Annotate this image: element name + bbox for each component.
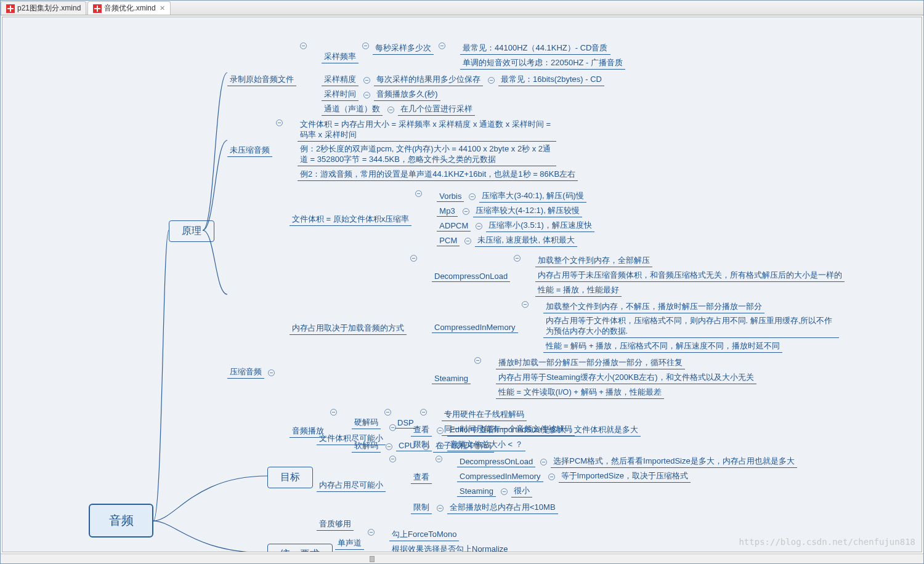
leaf[interactable]: 例：2秒长度的双声道pcm, 文件(内存)大小 = 44100 x 2byte … bbox=[298, 143, 556, 166]
collapse-icon[interactable] bbox=[368, 529, 375, 536]
v[interactable]: 全部播放时总内存占用<10MB bbox=[447, 501, 558, 514]
collapse-icon[interactable] bbox=[363, 92, 370, 99]
node-mem[interactable]: 内存占用取决于加载音频的方式 bbox=[290, 322, 407, 335]
k[interactable]: DecompressOnLoad bbox=[432, 271, 510, 282]
collapse-icon[interactable] bbox=[437, 505, 444, 512]
v[interactable]: 很小 bbox=[511, 485, 532, 498]
collapse-icon[interactable] bbox=[389, 456, 396, 462]
collapse-icon[interactable] bbox=[540, 459, 547, 465]
collapse-icon[interactable] bbox=[268, 369, 275, 376]
collapse-icon[interactable] bbox=[362, 42, 369, 49]
collapse-icon[interactable] bbox=[522, 301, 529, 308]
leaf[interactable]: 单调的短音效可以考虑：22050HZ - 广播音质 bbox=[460, 57, 625, 70]
node-unified[interactable]: 统一要求 bbox=[267, 544, 333, 552]
collapse-icon[interactable] bbox=[410, 255, 417, 262]
collapse-icon[interactable] bbox=[463, 208, 469, 215]
leaf[interactable]: 例2：游戏音频，常用的设置是单声道44.1KHZ+16bit，也就是1秒 = 8… bbox=[298, 168, 578, 181]
k[interactable]: DecompressOnLoad bbox=[457, 456, 535, 467]
node-chan[interactable]: 通道（声道）数 bbox=[322, 103, 383, 116]
collapse-icon[interactable] bbox=[420, 409, 427, 416]
collapse-icon[interactable] bbox=[330, 409, 337, 416]
collapse-icon[interactable] bbox=[300, 42, 307, 49]
k[interactable]: ADPCM bbox=[437, 220, 471, 232]
leaf[interactable]: 最常见：44100HZ（44.1KHZ）- CD音质 bbox=[460, 42, 610, 55]
collapse-icon[interactable] bbox=[437, 442, 444, 449]
node-compressed[interactable]: 压缩音频 bbox=[227, 366, 264, 379]
collapse-icon[interactable] bbox=[384, 409, 391, 416]
root-node[interactable]: 音频 bbox=[89, 504, 153, 538]
node-record[interactable]: 录制原始音频文件 bbox=[227, 73, 296, 86]
node-filesize[interactable]: 文件体积 = 原始文件体积x压缩率 bbox=[290, 213, 411, 226]
collapse-icon[interactable] bbox=[548, 473, 555, 480]
node-uncompressed[interactable]: 未压缩音频 bbox=[227, 144, 272, 157]
collapse-icon[interactable] bbox=[464, 238, 471, 244]
leaf[interactable]: 专用硬件在子线程解码 bbox=[442, 408, 527, 421]
leaf[interactable]: 性能 = 播放，性能最好 bbox=[535, 284, 622, 297]
leaf[interactable]: 根据效果选择是否勾上Normalize bbox=[389, 543, 511, 552]
collapse-icon[interactable] bbox=[387, 107, 394, 113]
leaf[interactable]: 每次采样的结果用多少位保存 bbox=[374, 73, 483, 86]
k[interactable]: Mp3 bbox=[437, 206, 457, 217]
v[interactable]: 压缩率较大(4-12:1), 解压较慢 bbox=[473, 204, 583, 217]
node-time[interactable]: 采样时间 bbox=[322, 88, 359, 101]
collapse-icon[interactable] bbox=[476, 223, 482, 230]
leaf[interactable]: 加载整个文件到内存，全部解压 bbox=[535, 254, 652, 267]
leaf[interactable]: 音频播放多久(秒) bbox=[374, 88, 440, 101]
v[interactable]: 压缩率大(3-40:1), 解压(码)慢 bbox=[479, 190, 586, 203]
collapse-icon[interactable] bbox=[439, 42, 445, 49]
k[interactable]: 查看 bbox=[411, 424, 432, 437]
collapse-icon[interactable] bbox=[363, 77, 370, 84]
node-mem-small[interactable]: 内存占用尽可能小 bbox=[317, 479, 386, 492]
collapse-icon[interactable] bbox=[474, 357, 481, 364]
leaf[interactable]: 播放时加载一部分解压一部分播放一部分，循环往复 bbox=[496, 357, 685, 369]
k[interactable]: CompressedInMemory bbox=[457, 471, 543, 482]
group-goal: 文件体积尽可能小 查看Editor中查看ImportedSize是多大，文件体积… bbox=[317, 424, 801, 533]
collapse-icon[interactable] bbox=[415, 190, 422, 197]
node-freq-desc[interactable]: 每秒采样多少次 bbox=[373, 42, 434, 55]
v[interactable]: 音频文件总大小 < ？ bbox=[447, 438, 525, 451]
node-principle[interactable]: 原理 bbox=[169, 220, 214, 242]
v[interactable]: 压缩率小(3.5:1)，解压速度快 bbox=[486, 219, 594, 232]
leaf[interactable]: 最常见：16bits(2bytes) - CD bbox=[498, 73, 604, 86]
tab-file-1[interactable]: p21图集划分.xmind bbox=[1, 1, 86, 15]
leaf[interactable]: 性能 = 文件读取(I/O) + 解码 + 播放，性能最差 bbox=[496, 386, 664, 399]
leaf[interactable]: 文件体积 = 内存占用大小 = 采样频率 x 采样精度 x 通道数 x 采样时间… bbox=[298, 119, 556, 142]
leaf[interactable]: 加载整个文件到内存，不解压，播放时解压一部分播放一部分 bbox=[543, 300, 764, 313]
v[interactable]: 等于ImportedSize，取决于压缩格式 bbox=[559, 470, 691, 483]
scrollbar-horizontal[interactable] bbox=[1, 554, 923, 563]
node-prec[interactable]: 采样精度 bbox=[322, 73, 359, 86]
collapse-icon[interactable] bbox=[389, 424, 396, 431]
leaf[interactable]: 勾上ForceToMono bbox=[389, 528, 459, 541]
mindmap-canvas[interactable]: 音频 原理 录制原始音频文件 采样频率 每秒采样多少次 最常见：44100HZ（… bbox=[2, 17, 922, 552]
tab-file-2[interactable]: 音频优化.xmind ✕ bbox=[87, 1, 170, 15]
scroll-thumb[interactable] bbox=[370, 556, 375, 562]
v[interactable]: 未压缩, 速度最快, 体积最大 bbox=[475, 234, 577, 247]
v[interactable]: Editor中查看ImportedSize是多大，文件体积就是多大 bbox=[447, 424, 641, 437]
collapse-icon[interactable] bbox=[501, 488, 508, 495]
node-freq[interactable]: 采样频率 bbox=[322, 50, 359, 63]
close-icon[interactable]: ✕ bbox=[160, 4, 165, 12]
k[interactable]: 限制 bbox=[411, 438, 432, 451]
k[interactable]: 查看 bbox=[411, 471, 432, 484]
leaf[interactable]: 在几个位置进行采样 bbox=[398, 103, 475, 116]
v[interactable]: 选择PCM格式，然后看看ImportedSize是多大，内存占用也就是多大 bbox=[551, 455, 796, 468]
leaf[interactable]: 内存占用等于文件体积，压缩格式不同，则内存占用不同. 解压重用缓存,所以不作为预… bbox=[543, 315, 839, 338]
node-mono[interactable]: 单声道 bbox=[335, 537, 364, 550]
collapse-icon[interactable] bbox=[469, 193, 476, 200]
node-filesize-small[interactable]: 文件体积尽可能小 bbox=[317, 432, 386, 445]
node-goal[interactable]: 目标 bbox=[267, 467, 313, 488]
k[interactable]: Vorbis bbox=[437, 191, 464, 202]
k[interactable]: Steaming bbox=[457, 486, 496, 497]
k[interactable]: PCM bbox=[437, 235, 460, 246]
leaf[interactable]: 性能 = 解码 + 播放，压缩格式不同，解压速度不同，播放时延不同 bbox=[543, 340, 783, 353]
leaf[interactable]: 内存占用等于Steaming缓存大小(200KB左右)，和文件格式以及大小无关 bbox=[496, 371, 756, 384]
collapse-icon[interactable] bbox=[488, 77, 495, 84]
collapse-icon[interactable] bbox=[514, 255, 521, 262]
k[interactable]: Steaming bbox=[432, 373, 471, 384]
collapse-icon[interactable] bbox=[276, 119, 283, 126]
collapse-icon[interactable] bbox=[436, 456, 442, 462]
collapse-icon[interactable] bbox=[437, 427, 444, 434]
k[interactable]: CompressedInMemory bbox=[432, 322, 518, 333]
leaf[interactable]: 内存占用等于未压缩音频体积，和音频压缩格式无关，所有格式解压后的大小是一样的 bbox=[535, 269, 845, 282]
k[interactable]: 限制 bbox=[411, 501, 432, 514]
